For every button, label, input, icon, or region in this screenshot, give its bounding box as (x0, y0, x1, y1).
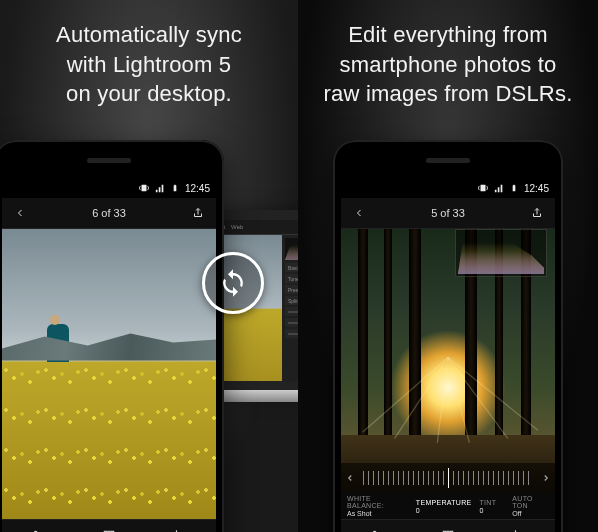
status-time: 12:45 (524, 183, 549, 194)
histogram-overlay[interactable] (455, 229, 547, 277)
headline-right: Edit everything from smartphone photos t… (298, 20, 598, 109)
battery-icon (510, 183, 518, 193)
lr-tab-web: Web (231, 224, 243, 230)
status-time: 12:45 (185, 183, 210, 194)
battery-icon (171, 183, 179, 193)
headline-left: Automatically sync with Lightroom 5 on y… (0, 20, 298, 109)
bottom-toolbar (341, 519, 555, 532)
slider-track[interactable] (363, 471, 533, 485)
histogram (285, 238, 298, 260)
wb-control[interactable]: WHITE BALANCE: As Shot (347, 495, 408, 517)
lr-develop-panel: Basic Tone Presence Split Toning (282, 235, 298, 381)
photo-editor[interactable] (341, 229, 555, 493)
share-icon (192, 207, 204, 219)
promo-panel-edit: Edit everything from smartphone photos t… (298, 0, 598, 532)
lr-panel-label: Basic (288, 265, 298, 271)
temperature-control[interactable]: TEMPERATURE 0 (416, 499, 472, 514)
photo-counter: 5 of 33 (369, 207, 527, 219)
chevron-left-icon[interactable] (345, 471, 355, 485)
photo-viewer[interactable] (2, 229, 216, 519)
adjustment-tabs: WHITE BALANCE: As Shot TEMPERATURE 0 TIN… (341, 493, 555, 519)
back-button[interactable] (10, 207, 30, 219)
signal-icon (155, 183, 165, 193)
share-button[interactable] (188, 207, 208, 219)
share-icon (531, 207, 543, 219)
phone-mock-right: 12:45 5 of 33 (333, 140, 563, 532)
promo-panel-sync: Automatically sync with Lightroom 5 on y… (0, 0, 298, 532)
chevron-right-icon[interactable] (541, 471, 551, 485)
vibrate-icon (478, 183, 488, 193)
lr-panel-label: Presence (288, 287, 298, 293)
share-button[interactable] (527, 207, 547, 219)
lr-panel-label: Tone (288, 276, 298, 282)
photo-counter: 6 of 33 (30, 207, 188, 219)
headline-line: with Lightroom 5 (67, 52, 232, 77)
android-status-bar: 12:45 (341, 178, 555, 198)
android-status-bar: 12:45 (2, 178, 216, 198)
headline-line: on your desktop. (66, 81, 232, 106)
adjustment-slider[interactable] (341, 463, 555, 493)
vibrate-icon (139, 183, 149, 193)
headline-line: smartphone photos to (340, 52, 557, 77)
bottom-toolbar (2, 519, 216, 532)
auto-tone-control[interactable]: AUTO TON Off (512, 495, 549, 517)
svg-rect-0 (141, 185, 146, 192)
headline-line: Edit everything from (348, 22, 548, 47)
tint-control[interactable]: TINT 0 (480, 499, 497, 514)
lr-panel-label: Split Toning (288, 298, 298, 304)
headline-line: raw images from DSLRs. (324, 81, 573, 106)
phone-mock-left: 12:45 6 of 33 (0, 140, 224, 532)
sync-icon (202, 252, 264, 314)
back-button[interactable] (349, 207, 369, 219)
svg-rect-7 (480, 185, 485, 192)
headline-line: Automatically sync (56, 22, 242, 47)
signal-icon (494, 183, 504, 193)
